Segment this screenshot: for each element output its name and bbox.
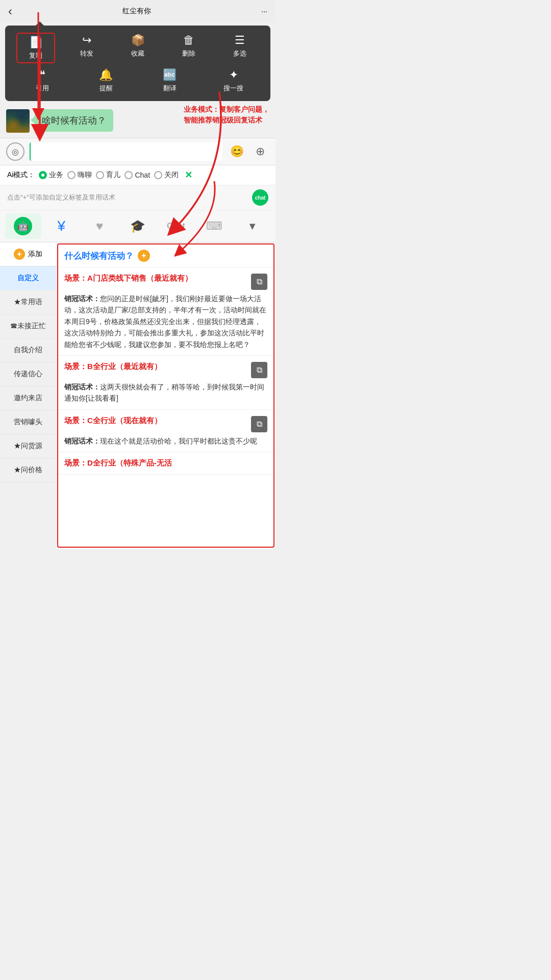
scenario-c-content: 销冠话术：现在这个就是活动价哈，我们平时都比这贵不少呢 (64, 435, 267, 447)
menu-item-forward[interactable]: ↪ 转发 (68, 34, 105, 62)
mode-off[interactable]: 关闭 (154, 170, 179, 180)
scenario-c-text: 现在这个就是活动价哈，我们平时都比这贵不少呢 (100, 437, 257, 445)
avatar (6, 109, 30, 133)
down-arrow-icon: ▼ (247, 220, 258, 232)
menu-item-collect[interactable]: 📦 收藏 (119, 34, 156, 62)
plus-button[interactable]: ⊕ (251, 142, 269, 161)
mode-haichat[interactable]: 嗨聊 (67, 170, 92, 180)
copy-icon: 📄 (29, 36, 43, 49)
plus-icon: ⊕ (256, 145, 265, 158)
sidebar-busy-label: ☎未接正忙 (10, 322, 46, 330)
question-title: 什么时候有活动？ (64, 250, 134, 262)
menu-item-remind[interactable]: 🔔 提醒 (88, 68, 124, 93)
copy-b-icon: ⧉ (257, 365, 262, 375)
forward-icon: ↪ (82, 34, 91, 47)
mode-parenting[interactable]: 育儿 (96, 170, 120, 180)
robot-badge: 🤖 (14, 217, 32, 235)
scenario-c-title: 场景：C全行业（现在就有） (64, 415, 247, 426)
mode-haichat-label: 嗨聊 (78, 170, 92, 180)
graduation-icon: 🎓 (130, 219, 145, 233)
menu-item-quote[interactable]: ❝ 引用 (24, 68, 61, 93)
sidebar-source-label: ★问货源 (14, 442, 42, 450)
close-ai-button[interactable]: ✕ (185, 169, 192, 181)
radio-business[interactable] (39, 171, 47, 179)
main-content: + 添加 自定义 ★常用语 ☎未接正忙 自我介绍 传递信心 邀约来店 营销噱 (0, 242, 276, 549)
menu-item-copy[interactable]: 📄 复制 (17, 34, 54, 62)
search-icon: ✦ (229, 68, 238, 82)
sidebar-add-label: 添加 (28, 250, 42, 259)
radio-haichat[interactable] (67, 171, 76, 179)
yuan-icon: ¥ (58, 218, 66, 234)
sidebar-add-button[interactable]: + 添加 (0, 242, 56, 266)
header: ‹ 红尘有你 ··· (0, 0, 276, 22)
header-title: 红尘有你 (122, 7, 151, 16)
menu-item-multiselect[interactable]: ☰ 多选 (221, 34, 258, 62)
scenario-d-title: 场景：D全行业（特殊产品-无活 (64, 457, 267, 468)
scenario-a-title: 场景：A门店类线下销售（最近就有） (64, 273, 247, 283)
menu-row-1: 📄 复制 ↪ 转发 📦 收藏 🗑 删除 ☰ 多选 (5, 31, 270, 65)
annotation-text: 业务模式：复制客户问题，智能推荐销冠级回复话术 (184, 104, 269, 126)
scenario-a-label: 销冠话术： (64, 295, 100, 303)
input-bar: ◎ 😊 ⊕ (0, 138, 276, 165)
add-circle-icon: + (14, 249, 25, 260)
multiselect-icon: ☰ (235, 34, 245, 47)
sidebar-item-price[interactable]: ★问价格 (0, 458, 56, 482)
sidebar-item-intro[interactable]: 自我介绍 (0, 338, 56, 362)
scenario-c-header: 场景：C全行业（现在就有） ⧉ (64, 415, 267, 432)
toolbar-graduation[interactable]: 🎓 (120, 213, 156, 239)
sidebar-item-source[interactable]: ★问货源 (0, 434, 56, 458)
sidebar-common-label: ★常用语 (14, 298, 42, 306)
question-header: 什么时候有活动？ + (58, 244, 273, 267)
bubble-text: 啥时候有活动？ (42, 115, 106, 126)
forward-label: 转发 (80, 49, 93, 58)
chat-text-label: Chat (167, 222, 185, 231)
copy-a-button[interactable]: ⧉ (251, 274, 267, 290)
emoji-button[interactable]: 😊 (228, 142, 246, 161)
sidebar-item-busy[interactable]: ☎未接正忙 (0, 314, 56, 338)
ai-mode-bar: Ai模式： 业务 嗨聊 育儿 Chat 关闭 ✕ (0, 165, 276, 185)
scenario-a: 场景：A门店类线下销售（最近就有） ⧉ 销冠话术：您问的正是时候[龇牙]，我们刚… (58, 267, 273, 356)
more-button[interactable]: ··· (261, 7, 267, 15)
sidebar-item-custom[interactable]: 自定义 (0, 266, 56, 290)
chat-badge-text: chat (255, 195, 266, 201)
radio-parenting[interactable] (96, 171, 104, 179)
back-button[interactable]: ‹ (8, 4, 12, 18)
context-menu: 📄 复制 ↪ 转发 📦 收藏 🗑 删除 ☰ 多选 ❝ 引用 (5, 26, 270, 101)
menu-item-delete[interactable]: 🗑 删除 (170, 34, 207, 62)
mode-business[interactable]: 业务 (39, 170, 63, 180)
toolbar-keyboard[interactable]: ⌨ (196, 213, 232, 239)
collect-icon: 📦 (131, 34, 145, 47)
scenario-d-header: 场景：D全行业（特殊产品-无活 (64, 457, 267, 468)
sidebar-marketing-label: 营销噱头 (14, 418, 42, 426)
copy-b-button[interactable]: ⧉ (251, 362, 267, 378)
scenario-b-title: 场景：B全行业（最近就有） (64, 361, 247, 372)
toolbar-chat-text[interactable]: Chat (158, 213, 194, 239)
sidebar-item-invite[interactable]: 邀约来店 (0, 386, 56, 410)
radio-off[interactable] (154, 171, 162, 179)
voice-button[interactable]: ◎ (6, 142, 24, 161)
scenario-a-content: 销冠话术：您问的正是时候[龇牙]，我们刚好最近要做一场大活动，这次活动是厂家/总… (64, 293, 267, 350)
sidebar-price-label: ★问价格 (14, 465, 42, 474)
sidebar-item-confidence[interactable]: 传递信心 (0, 362, 56, 386)
sidebar-item-marketing[interactable]: 营销噱头 (0, 410, 56, 434)
toolbar-down-arrow[interactable]: ▼ (234, 213, 270, 239)
translate-label: 翻译 (163, 84, 177, 93)
toolbar-robot[interactable]: 🤖 (5, 213, 41, 239)
ai-label: Ai模式： (7, 170, 35, 180)
keyboard-icon: ⌨ (206, 219, 222, 233)
menu-item-translate[interactable]: 🔤 翻译 (152, 68, 188, 93)
hint-text: 点击"+"可添加自定义标签及常用话术 (7, 193, 115, 202)
radio-chat[interactable] (124, 171, 133, 179)
mode-business-label: 业务 (49, 170, 63, 180)
toolbar-yuan[interactable]: ¥ (43, 213, 80, 239)
menu-item-search[interactable]: ✦ 搜一搜 (215, 68, 252, 93)
message-input[interactable] (30, 142, 222, 161)
add-yellow-button[interactable]: + (138, 250, 150, 262)
delete-icon: 🗑 (183, 34, 194, 47)
scenario-b-label: 销冠话术： (64, 383, 100, 391)
mode-chat[interactable]: Chat (124, 171, 150, 179)
sidebar-item-common[interactable]: ★常用语 (0, 290, 56, 314)
copy-label: 复制 (29, 51, 42, 60)
toolbar-heart[interactable]: ♥ (82, 213, 118, 239)
copy-c-button[interactable]: ⧉ (251, 416, 267, 432)
